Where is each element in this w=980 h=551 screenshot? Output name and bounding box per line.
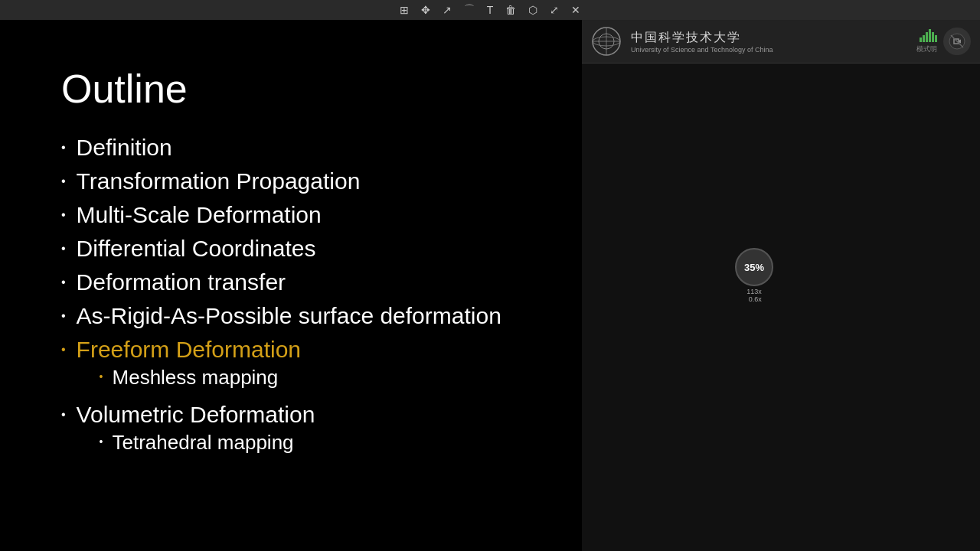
sub-list-item-meshless: • Meshless mapping	[100, 366, 301, 390]
level-meter: 模式明	[916, 29, 937, 54]
bullet-icon: •	[61, 408, 66, 422]
outline-list: • Definition • Transformation Propagatio…	[61, 135, 521, 459]
progress-indicator: 35% 113x 0.6x	[735, 248, 773, 303]
university-name-cn: 中国科学技术大学	[631, 30, 907, 46]
list-item-volumetric: • Volumetric Deformation • Tetrahedral m…	[61, 402, 521, 459]
toolbar-icon-move[interactable]: ✥	[418, 2, 433, 18]
university-name-en: University of Science and Technology of …	[631, 46, 907, 54]
list-item-freeform: • Freeform Deformation • Meshless mappin…	[61, 337, 521, 394]
toolbar-icon-arc[interactable]: ⌒	[461, 2, 478, 18]
toolbar-icon-shape[interactable]: ⬡	[525, 2, 541, 18]
slide-title: Outline	[61, 66, 521, 112]
list-item-transformation: • Transformation Propagation	[61, 168, 521, 194]
list-item-deformation-transfer: • Deformation transfer	[61, 269, 521, 295]
bullet-icon: •	[61, 174, 66, 188]
list-item-definition: • Definition	[61, 135, 521, 161]
bullet-icon: •	[61, 309, 66, 323]
university-panel: 中国科学技术大学 University of Science and Techn…	[582, 20, 980, 64]
panel-label: 模式明	[916, 44, 937, 54]
bullet-icon-highlighted: •	[61, 343, 66, 357]
bullet-icon: •	[61, 208, 66, 222]
sub-bullet-icon: •	[100, 435, 103, 448]
toolbar-icon-cursor[interactable]: ↗	[439, 2, 455, 18]
list-item-differential: • Differential Coordinates	[61, 236, 521, 262]
right-panel: 网络延时：51ms 丢包率：0% 网络状态： 化高 系统CPU：10% 数字几何…	[582, 0, 980, 551]
list-item-arap: • As-Rigid-As-Possible surface deformati…	[61, 303, 521, 329]
bullet-icon: •	[61, 242, 66, 256]
university-logo	[591, 26, 622, 57]
sub-bullet-icon: •	[100, 370, 103, 383]
bullet-icon: •	[61, 141, 66, 155]
sub-list-volumetric: • Tetrahedral mapping	[100, 431, 315, 455]
toolbar-icon-text[interactable]: T	[484, 2, 497, 18]
progress-circle: 35%	[735, 248, 773, 286]
toolbar-icon-close[interactable]: ✕	[568, 2, 583, 18]
bullet-icon: •	[61, 276, 66, 289]
progress-stats: 113x 0.6x	[746, 288, 762, 303]
slide-area: Outline • Definition • Transformation Pr…	[0, 20, 582, 551]
camera-icon[interactable]	[943, 28, 971, 55]
toolbar-icon-delete[interactable]: 🗑	[502, 2, 519, 18]
right-panel-content	[582, 64, 980, 551]
sub-list-freeform: • Meshless mapping	[100, 366, 301, 390]
top-toolbar: ⊞ ✥ ↗ ⌒ T 🗑 ⬡ ⤢ ✕	[0, 0, 980, 20]
sub-list-item-tetrahedral: • Tetrahedral mapping	[100, 431, 315, 455]
university-info: 中国科学技术大学 University of Science and Techn…	[631, 30, 907, 54]
list-item-multiscale: • Multi-Scale Deformation	[61, 202, 521, 228]
toolbar-icon-grid[interactable]: ⊞	[397, 2, 412, 18]
toolbar-icon-resize[interactable]: ⤢	[547, 2, 562, 18]
panel-controls: 模式明	[916, 28, 971, 55]
